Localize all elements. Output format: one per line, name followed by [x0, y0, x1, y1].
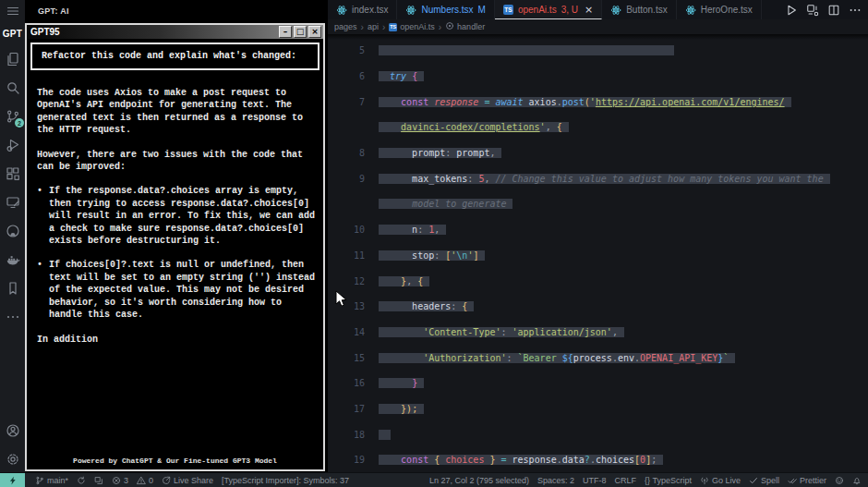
code-line[interactable]: 10 n: 1, — [328, 217, 868, 243]
more-views-icon[interactable] — [0, 302, 25, 331]
code-line[interactable]: model to generate — [328, 191, 868, 217]
code-line[interactable]: 18 — [328, 421, 868, 447]
status-typescript-importer[interactable]: [TypeScript Importer]: Symbols: 37 — [222, 476, 349, 485]
tab-index.tsx[interactable]: index.tsx — [328, 0, 397, 19]
code-line[interactable]: 5 — [328, 38, 868, 64]
breadcrumb-api[interactable]: api — [368, 22, 379, 31]
status-live-share[interactable]: Live Share — [162, 476, 213, 485]
gpt95-titlebar[interactable]: GPT95 –□× — [27, 25, 323, 39]
extensions-icon[interactable] — [0, 159, 25, 188]
tab-HeroOne.tsx[interactable]: HeroOne.tsx — [677, 0, 762, 19]
status-git-branch[interactable]: main* — [35, 476, 68, 485]
selection-highlight: headers: { — [379, 301, 474, 311]
minimize-button[interactable]: – — [279, 26, 292, 38]
remote-explorer-icon[interactable] — [0, 188, 25, 216]
dcheck-icon — [788, 476, 797, 485]
status-eol[interactable]: CRLF — [615, 476, 637, 485]
code-line[interactable]: 13 headers: { — [328, 294, 868, 320]
prompt-input[interactable]: Refactor this code and explain what's ch… — [30, 43, 319, 70]
code-line[interactable]: 12 }, { — [328, 268, 868, 294]
status-language-mode[interactable]: {} TypeScript — [645, 476, 692, 485]
breadcrumb-label: pages — [334, 22, 357, 31]
search-icon[interactable] — [0, 73, 25, 102]
code-line-content: 'Authorization': `Bearer ${process.env.O… — [365, 353, 735, 363]
code-line[interactable]: 6 try { — [328, 64, 868, 90]
line-number: 18 — [328, 430, 365, 440]
status-feedback[interactable] — [835, 476, 844, 485]
code-line[interactable]: davinci-codex/completions', { — [328, 115, 868, 140]
selection-highlight: const { choices } = response.data?.choic… — [379, 455, 663, 465]
line-number: 19 — [328, 455, 365, 465]
status-remote-indicator[interactable] — [0, 473, 25, 487]
code-line[interactable]: 14 'Content-Type': 'application/json', — [328, 320, 868, 346]
more-actions-button[interactable] — [848, 3, 862, 18]
split-editor-button[interactable] — [826, 3, 841, 18]
response-paragraph: In addition — [37, 334, 316, 346]
status-cursor-position[interactable]: Ln 27, Col 2 (795 selected) — [429, 476, 529, 485]
code-line[interactable]: 15 'Authorization': `Bearer ${process.en… — [328, 345, 868, 371]
status-sync[interactable] — [77, 476, 86, 485]
breadcrumb-pages[interactable]: pages — [334, 22, 357, 31]
code-line-content: 'Content-Type': 'application/json', — [365, 327, 624, 337]
breadcrumb-handler[interactable]: handler — [445, 21, 485, 32]
open-changes-button[interactable] — [805, 3, 820, 18]
maximize-button[interactable]: □ — [294, 26, 307, 38]
status-notifications[interactable] — [852, 476, 862, 485]
bookmarks-icon[interactable] — [0, 274, 25, 302]
line-number: 6 — [328, 71, 365, 81]
tab-state-badge: 3, U — [561, 5, 578, 15]
code-line-content: stop: ['\n'] — [365, 250, 485, 261]
breadcrumb: pages›api›TSopenAi.ts›handler — [328, 19, 868, 34]
breadcrumb-openAi.ts[interactable]: TSopenAi.ts — [389, 22, 435, 31]
status-label: UTF-8 — [583, 476, 607, 485]
run-and-debug-icon[interactable] — [0, 130, 25, 159]
code-line[interactable]: 7 const response = await axios.post('htt… — [328, 89, 868, 115]
warning-icon — [137, 476, 146, 485]
code-line-content — [365, 430, 391, 440]
close-icon[interactable]: × — [585, 4, 593, 16]
code-line-content: } — [365, 378, 424, 388]
selection-highlight: prompt: prompt, — [379, 148, 501, 158]
selection-highlight: stop: ['\n'] — [379, 250, 485, 261]
run-button[interactable] — [784, 3, 799, 18]
status-bar-right: Ln 27, Col 2 (795 selected)Spaces: 2UTF-… — [429, 476, 868, 485]
chevron-right-icon: › — [361, 22, 364, 32]
explorer-icon[interactable] — [0, 44, 25, 73]
code-line[interactable]: 9 max_tokens: 5, // Change this value to… — [328, 165, 868, 191]
status-encoding[interactable]: UTF-8 — [583, 476, 607, 485]
selection-highlight: const response = await axios.post('https… — [379, 97, 791, 107]
status-layers[interactable] — [94, 476, 103, 485]
source-control-icon[interactable]: 2 — [0, 102, 25, 130]
code-line[interactable]: 16 } — [328, 371, 868, 396]
menu-icon[interactable] — [0, 0, 25, 22]
code-line[interactable]: 19 const { choices } = response.data?.ch… — [328, 447, 868, 473]
code-editor[interactable]: 5 6 try {7 const response = await axios.… — [328, 34, 868, 473]
code-line[interactable]: 8 prompt: prompt, — [328, 140, 868, 166]
tab-openAi.ts[interactable]: TSopenAi.ts3, U× — [495, 0, 602, 19]
status-go-live[interactable]: Go Live — [700, 476, 741, 485]
bolt-icon — [8, 476, 18, 485]
github-icon[interactable] — [0, 216, 25, 245]
code-line[interactable]: 17 }); — [328, 396, 868, 422]
status-warnings[interactable]: 0 — [137, 476, 153, 485]
tab-Button.tsx[interactable]: Button.tsx — [602, 0, 676, 19]
code-line-content — [365, 45, 674, 55]
status-label: Ln 27, Col 2 (795 selected) — [429, 476, 529, 485]
status-indentation[interactable]: Spaces: 2 — [537, 476, 574, 485]
code-line[interactable]: 11 stop: ['\n'] — [328, 243, 868, 269]
status-label: Spell — [761, 476, 779, 485]
react-file-icon — [336, 5, 347, 16]
account-icon[interactable] — [0, 416, 25, 444]
selection-highlight: davinci-codex/completions', { — [379, 122, 569, 132]
close-button[interactable]: × — [308, 26, 321, 38]
status-errors[interactable]: 3 — [112, 476, 128, 485]
settings-icon[interactable] — [0, 444, 25, 473]
status-label: {} TypeScript — [645, 476, 692, 485]
breadcrumb-label: api — [368, 22, 379, 31]
selection-highlight: }, { — [379, 276, 429, 286]
tab-label: index.tsx — [352, 5, 388, 15]
status-prettier[interactable]: Prettier — [788, 476, 826, 485]
status-spell[interactable]: Spell — [749, 476, 779, 485]
tab-Numbers.tsx[interactable]: Numbers.tsxM — [397, 0, 494, 19]
docker-icon[interactable] — [0, 245, 25, 274]
